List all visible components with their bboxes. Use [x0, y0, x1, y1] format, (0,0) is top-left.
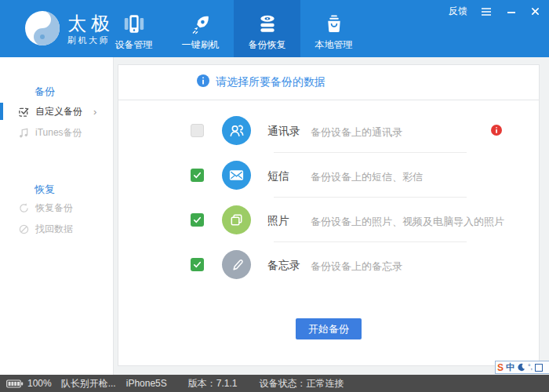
tab-device-manage[interactable]: 设备管理: [100, 0, 167, 57]
tab-label: 备份恢复: [249, 38, 286, 52]
battery-percent: 100%: [27, 378, 52, 389]
battery-icon: [6, 379, 24, 388]
notes-icon: [222, 250, 251, 279]
sogou-logo-icon[interactable]: S: [497, 363, 504, 372]
sidebar-item-recover-data[interactable]: 找回数据: [0, 220, 114, 238]
tab-one-key-flash[interactable]: 一键刷机: [167, 0, 234, 57]
tab-local-manage[interactable]: 本地管理: [300, 0, 367, 57]
sidebar-item-label: 自定义备份: [35, 105, 82, 118]
backup-row-messages[interactable]: 短信 备份设备上的短信、彩信: [118, 153, 539, 198]
statusbar: 100% 队长别开枪... iPhone5S 版本：7.1.1 设备状态：正常连…: [0, 375, 549, 392]
menu-icon[interactable]: [479, 5, 493, 18]
row-description: 备份设备上的照片、视频及电脑导入的照片: [311, 215, 504, 229]
sidebar: 备份 自定义备份 › iTunes备份 恢复 恢复备份: [0, 57, 114, 375]
recover-data-icon: [18, 223, 31, 235]
sidebar-item-label: 恢复备份: [35, 201, 73, 215]
backup-restore-icon: [256, 12, 278, 35]
topbar: 太极 刷机大师 设备管理 一键刷机: [0, 0, 549, 57]
taiji-logo-icon: [24, 9, 61, 50]
tab-backup-restore[interactable]: 备份恢复: [234, 0, 300, 57]
chevron-right-icon: ›: [93, 106, 96, 118]
ime-language-bar[interactable]: S 中 °,: [495, 361, 549, 374]
row-description: 备份设备上的通讯录: [311, 125, 402, 140]
feedback-link[interactable]: 反馈: [449, 5, 467, 18]
backup-panel: 请选择所要备份的数据 通讯录 备份设备上的通讯录: [118, 64, 540, 366]
sidebar-item-custom-backup[interactable]: 自定义备份 ›: [0, 102, 114, 121]
sidebar-item-itunes-backup[interactable]: iTunes备份: [0, 123, 114, 142]
close-icon[interactable]: [529, 5, 541, 17]
sidebar-heading-backup: 备份: [35, 85, 55, 99]
info-icon: [197, 74, 209, 90]
sidebar-item-restore-backup[interactable]: 恢复备份: [0, 198, 114, 217]
device-status: 设备状态：正常连接: [259, 377, 344, 390]
row-description: 备份设备上的备忘录: [311, 260, 402, 274]
row-title: 通讯录: [267, 125, 300, 139]
keyboard-icon[interactable]: [535, 364, 543, 372]
start-backup-button[interactable]: 开始备份: [296, 318, 362, 339]
rocket-icon: [190, 12, 212, 35]
moon-icon[interactable]: [517, 363, 525, 372]
device-manage-icon: [122, 12, 146, 35]
itunes-backup-icon: [18, 127, 31, 139]
version-label: 版本：7.1.1: [188, 377, 238, 390]
tab-label: 本地管理: [315, 38, 353, 52]
minimize-icon[interactable]: [505, 5, 518, 18]
backup-row-contacts[interactable]: 通讯录 备份设备上的通讯录: [118, 108, 539, 153]
contacts-icon: [222, 116, 251, 145]
backup-rows: 通讯录 备份设备上的通讯录: [118, 108, 539, 287]
custom-backup-icon: [18, 106, 31, 118]
row-title: 短信: [267, 169, 289, 183]
photos-icon: [222, 205, 251, 234]
sidebar-item-label: iTunes备份: [35, 126, 82, 140]
backup-row-photos[interactable]: 照片 备份设备上的照片、视频及电脑导入的照片: [118, 198, 539, 242]
local-manage-icon: [323, 12, 345, 35]
tab-label: 一键刷机: [182, 38, 220, 52]
restore-backup-icon: [18, 202, 31, 214]
messages-icon: [222, 161, 251, 190]
device-name: 队长别开枪...: [61, 377, 116, 390]
contacts-checkbox[interactable]: [191, 124, 204, 137]
tab-label: 设备管理: [115, 38, 153, 52]
sidebar-item-label: 找回数据: [35, 223, 73, 236]
window-controls: 反馈: [449, 5, 541, 18]
sidebar-heading-restore: 恢复: [35, 183, 55, 197]
panel-header: 请选择所要备份的数据: [118, 65, 539, 100]
messages-checkbox[interactable]: [191, 169, 204, 182]
warning-icon[interactable]: [491, 125, 502, 136]
backup-row-notes[interactable]: 备忘录 备份设备上的备忘录: [118, 242, 539, 287]
ime-chinese-indicator[interactable]: 中: [506, 363, 514, 372]
ime-symbols-indicator[interactable]: °,: [528, 364, 533, 371]
device-model: iPhone5S: [126, 378, 167, 389]
row-description: 备份设备上的短信、彩信: [311, 170, 423, 184]
panel-prompt: 请选择所要备份的数据: [216, 75, 325, 89]
notes-checkbox[interactable]: [191, 258, 204, 271]
row-title: 备忘录: [267, 259, 300, 273]
photos-checkbox[interactable]: [191, 213, 204, 227]
row-title: 照片: [267, 214, 289, 228]
